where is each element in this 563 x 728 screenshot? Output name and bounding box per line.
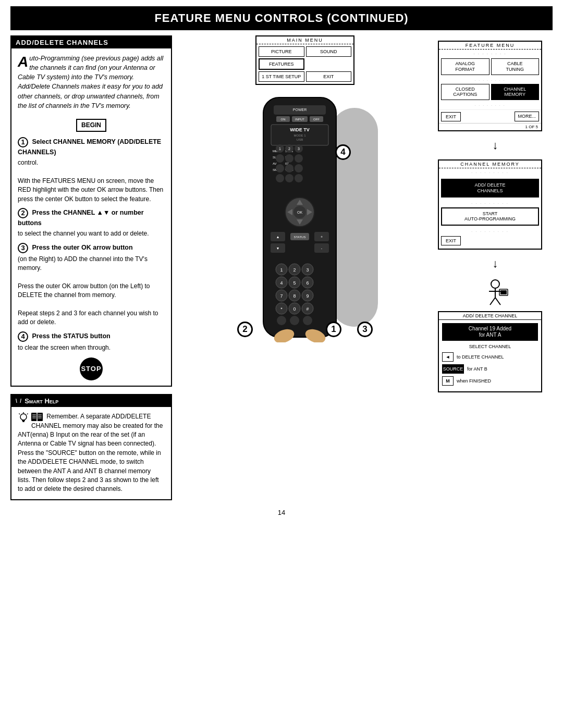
svg-line-4 bbox=[19, 414, 20, 415]
status-area: ADD/ DELETE CHANNEL Channel 19 Addedfor … bbox=[438, 278, 553, 392]
svg-text:+: + bbox=[321, 235, 323, 239]
finished-label: when FINISHED bbox=[457, 378, 491, 384]
smart-help-box: \ / Smart Help bbox=[10, 394, 172, 500]
person-icon bbox=[480, 278, 511, 309]
add-delete-header: ADD/DELETE CHANNELS bbox=[11, 36, 171, 48]
ant-b-label: for ANT B bbox=[467, 366, 487, 372]
feature-menu-grid: ANALOGFORMAT CABLETUNING . . . . . . . .… bbox=[439, 56, 541, 109]
f-btn-analog-format[interactable]: ANALOGFORMAT bbox=[441, 58, 489, 75]
arrow-2: ↓ bbox=[438, 258, 553, 269]
svg-text:3: 3 bbox=[306, 267, 309, 273]
cm-btn-add-delete[interactable]: ADD/ DELETECHANNELS bbox=[441, 179, 539, 198]
svg-text:ON: ON bbox=[281, 118, 286, 121]
left-column: ADD/DELETE CHANNELS A uto-Programming (s… bbox=[10, 35, 172, 500]
svg-text:9: 9 bbox=[306, 293, 309, 299]
delete-label: to DELETE CHANNEL bbox=[457, 354, 504, 360]
page-header: Feature Menu Controls (Continued) bbox=[10, 6, 553, 30]
f-exit-btn[interactable]: EXIT bbox=[441, 112, 461, 121]
mm-btn-sound[interactable]: SOUND bbox=[306, 46, 352, 57]
channel-memory-box: CHANNEL MEMORY . . . . . . . . . ADD/ DE… bbox=[438, 159, 542, 250]
svg-text:8: 8 bbox=[293, 293, 296, 299]
f-more-btn[interactable]: MORE... bbox=[515, 112, 539, 121]
m-btn[interactable]: M bbox=[442, 376, 454, 386]
svg-text:1: 1 bbox=[279, 147, 281, 151]
svg-point-48 bbox=[285, 174, 293, 182]
svg-point-93 bbox=[303, 316, 312, 325]
svg-text:AV: AV bbox=[273, 162, 277, 165]
channel-mem-content: ADD/ DELETECHANNELS . . . . . . . . . ST… bbox=[439, 175, 541, 249]
right-column: FEATURE MENU . . . . . . . . ANALOGFORMA… bbox=[438, 35, 553, 392]
delete-channel-row: ◄ to DELETE CHANNEL bbox=[442, 352, 538, 362]
begin-label: BEGIN bbox=[76, 119, 106, 132]
select-channel-label: SELECT CHANNEL bbox=[442, 344, 538, 349]
svg-point-46 bbox=[295, 164, 303, 172]
mm-btn-features[interactable]: FEATURES bbox=[259, 58, 304, 70]
remote-svg: POWER ON INPUT OFF WIDE TV MODE 1 USB ME… bbox=[242, 92, 357, 342]
main-menu-box: MAIN MENU PICTURE SOUND FEATURES 1 ST TI… bbox=[255, 35, 354, 85]
svg-text:WIDE TV: WIDE TV bbox=[290, 127, 310, 132]
svg-text:0: 0 bbox=[293, 306, 296, 312]
svg-text:2: 2 bbox=[293, 267, 296, 273]
add-delete-channels-box: ADD/DELETE CHANNELS A uto-Programming (s… bbox=[10, 35, 172, 387]
smart-help-header: \ / Smart Help bbox=[11, 395, 171, 407]
stop-circle: STOP bbox=[80, 357, 103, 380]
svg-line-99 bbox=[490, 298, 495, 305]
mm-btn-1st-time[interactable]: 1 ST TIME SETUP bbox=[259, 71, 304, 82]
svg-text:5: 5 bbox=[293, 280, 296, 286]
svg-text:INPUT: INPUT bbox=[295, 118, 304, 121]
intro-text: uto-Programming (see previous page) adds… bbox=[18, 55, 163, 109]
svg-point-44 bbox=[276, 164, 284, 172]
svg-line-100 bbox=[495, 298, 500, 305]
smart-help-body: Remember. A separate ADD/DELETE CHANNEL … bbox=[18, 413, 163, 492]
svg-point-92 bbox=[290, 316, 299, 325]
svg-point-91 bbox=[277, 316, 286, 325]
status-bar: Channel 19 Addedfor ANT A bbox=[442, 323, 538, 341]
step-4: 4 Press the STATUS button to clear the s… bbox=[18, 331, 165, 352]
svg-point-47 bbox=[276, 174, 284, 182]
cm-btn-auto-prog[interactable]: STARTAUTO-PROGRAMMING bbox=[441, 207, 539, 226]
mm-btn-picture[interactable]: PICTURE bbox=[259, 46, 304, 57]
status-display-box: ADD/ DELETE CHANNEL Channel 19 Addedfor … bbox=[438, 311, 542, 392]
step-badge-2: 2 bbox=[237, 322, 253, 337]
svg-text:▲: ▲ bbox=[276, 235, 280, 239]
svg-text:4: 4 bbox=[280, 280, 283, 286]
svg-text:#: # bbox=[306, 306, 309, 312]
svg-point-49 bbox=[295, 174, 303, 182]
f-btn-channel-memory[interactable]: CHANNELMEMORY bbox=[491, 84, 540, 101]
step-badge-3: 3 bbox=[357, 322, 373, 337]
svg-text:OFF: OFF bbox=[313, 118, 320, 121]
header-title: Feature Menu Controls (Continued) bbox=[154, 11, 408, 24]
f-btn-cable-tuning[interactable]: CABLETUNING bbox=[491, 58, 540, 75]
source-btn[interactable]: SOURCE bbox=[442, 364, 464, 374]
svg-text:STATUS: STATUS bbox=[294, 236, 306, 239]
feature-exit-row: EXIT MORE... bbox=[439, 109, 541, 123]
status-body: Channel 19 Addedfor ANT A SELECT CHANNEL… bbox=[439, 320, 541, 391]
f-btn-closed-captions[interactable]: CLOSEDCAPTIONS bbox=[441, 84, 489, 101]
mm-btn-exit-main[interactable]: EXIT bbox=[306, 71, 352, 82]
cm-exit-btn[interactable]: EXIT bbox=[441, 236, 461, 245]
person-icon-area bbox=[438, 278, 553, 309]
left-arrow-btn[interactable]: ◄ bbox=[442, 352, 454, 362]
svg-rect-1 bbox=[22, 420, 25, 421]
svg-text:*: * bbox=[280, 306, 283, 312]
page-number: 14 bbox=[0, 509, 563, 522]
svg-text:POWER: POWER bbox=[293, 108, 307, 112]
step-2: 2 Press the CHANNEL ▲▼ or number buttons… bbox=[18, 208, 165, 239]
step-3: 3 Press the outer OK arrow button (on th… bbox=[18, 243, 165, 327]
add-delete-content: A uto-Programming (see previous page) ad… bbox=[11, 48, 171, 386]
svg-text:6: 6 bbox=[306, 280, 309, 286]
svg-point-45 bbox=[285, 164, 293, 172]
svg-text:USB: USB bbox=[297, 138, 303, 141]
svg-rect-102 bbox=[500, 290, 507, 294]
feature-menu-title: FEATURE MENU bbox=[439, 42, 541, 50]
center-column: MAIN MENU PICTURE SOUND FEATURES 1 ST TI… bbox=[172, 35, 438, 353]
svg-text:MODE 1: MODE 1 bbox=[293, 134, 306, 137]
feature-menu-box: FEATURE MENU . . . . . . . . ANALOGFORMA… bbox=[438, 41, 542, 131]
stop-icon-area: STOP bbox=[18, 357, 165, 380]
step-badge-1: 1 bbox=[326, 322, 341, 337]
status-display-title: ADD/ DELETE CHANNEL bbox=[439, 312, 541, 320]
drop-cap: A bbox=[18, 55, 28, 69]
svg-text:3: 3 bbox=[298, 147, 300, 151]
main-menu-title: MAIN MENU bbox=[256, 36, 353, 44]
arrow-1: ↓ bbox=[438, 140, 553, 151]
